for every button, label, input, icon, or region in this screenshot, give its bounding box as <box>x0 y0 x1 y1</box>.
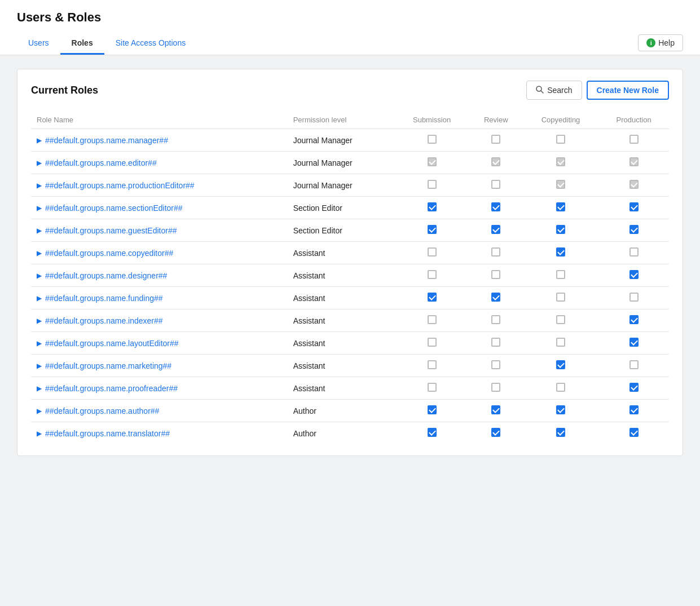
submission-checkbox-cell[interactable] <box>394 287 469 309</box>
copyediting-checkbox-cell[interactable] <box>523 377 599 400</box>
role-name-label[interactable]: ##default.groups.name.manager## <box>45 136 168 145</box>
copyediting-checkbox-cell[interactable] <box>523 129 599 152</box>
submission-checkbox-cell[interactable] <box>394 377 469 400</box>
production-checkbox-cell[interactable] <box>598 400 669 422</box>
tab-roles[interactable]: Roles <box>60 33 104 55</box>
submission-checkbox-cell[interactable] <box>394 332 469 355</box>
submission-checkbox-cell[interactable] <box>394 355 469 377</box>
create-new-role-button[interactable]: Create New Role <box>587 81 669 100</box>
production-checkbox-cell[interactable] <box>598 309 669 332</box>
submission-checkbox-cell[interactable] <box>394 197 469 219</box>
copyediting-checkbox-cell[interactable] <box>523 152 599 174</box>
review-checkbox-cell[interactable] <box>469 174 523 197</box>
production-checkbox-cell[interactable] <box>598 219 669 242</box>
production-checkbox-cell[interactable] <box>598 242 669 264</box>
production-checkbox-cell[interactable] <box>598 332 669 355</box>
permission-cell: Assistant <box>288 309 395 332</box>
review-checkbox-cell[interactable] <box>469 309 523 332</box>
review-checkbox-cell[interactable] <box>469 242 523 264</box>
permission-cell: Journal Manager <box>288 152 395 174</box>
role-name-label[interactable]: ##default.groups.name.copyeditor## <box>45 249 173 258</box>
copyediting-checkbox-cell[interactable] <box>523 422 599 445</box>
row-expander-icon[interactable]: ▶ <box>37 384 42 392</box>
table-row: ▶##default.groups.name.layoutEditor##Ass… <box>31 332 669 355</box>
production-checkbox-cell[interactable] <box>598 152 669 174</box>
submission-checkbox-cell[interactable] <box>394 219 469 242</box>
role-name-label[interactable]: ##default.groups.name.translator## <box>45 429 170 438</box>
role-name-label[interactable]: ##default.groups.name.marketing## <box>45 361 171 370</box>
production-checkbox-cell[interactable] <box>598 355 669 377</box>
row-expander-icon[interactable]: ▶ <box>37 430 42 437</box>
role-name-label[interactable]: ##default.groups.name.indexer## <box>45 316 163 325</box>
row-expander-icon[interactable]: ▶ <box>37 294 42 302</box>
row-expander-icon[interactable]: ▶ <box>37 182 42 189</box>
submission-checkbox-cell[interactable] <box>394 400 469 422</box>
role-name-cell: ▶##default.groups.name.editor## <box>31 152 288 174</box>
row-expander-icon[interactable]: ▶ <box>37 159 42 167</box>
production-checkbox-cell[interactable] <box>598 129 669 152</box>
row-expander-icon[interactable]: ▶ <box>37 136 42 144</box>
review-checkbox-cell[interactable] <box>469 287 523 309</box>
production-checkbox-cell[interactable] <box>598 422 669 445</box>
row-expander-icon[interactable]: ▶ <box>37 272 42 280</box>
submission-checkbox-cell[interactable] <box>394 309 469 332</box>
submission-checkbox-cell[interactable] <box>394 152 469 174</box>
table-row: ▶##default.groups.name.editor##Journal M… <box>31 152 669 174</box>
review-checkbox-cell[interactable] <box>469 129 523 152</box>
role-name-label[interactable]: ##default.groups.name.productionEditor## <box>45 181 195 190</box>
review-checkbox-cell[interactable] <box>469 400 523 422</box>
copyediting-checkbox-cell[interactable] <box>523 242 599 264</box>
help-button[interactable]: i Help <box>638 34 683 51</box>
col-submission: Submission <box>394 111 469 129</box>
submission-checkbox-cell[interactable] <box>394 174 469 197</box>
role-name-label[interactable]: ##default.groups.name.designer## <box>45 271 167 280</box>
tab-site-access[interactable]: Site Access Options <box>104 33 197 55</box>
role-name-label[interactable]: ##default.groups.name.editor## <box>45 158 157 167</box>
search-button[interactable]: Search <box>526 81 582 100</box>
submission-checkbox-cell[interactable] <box>394 129 469 152</box>
role-name-label[interactable]: ##default.groups.name.guestEditor## <box>45 226 177 235</box>
copyediting-checkbox-cell[interactable] <box>523 309 599 332</box>
role-name-label[interactable]: ##default.groups.name.author## <box>45 406 159 415</box>
role-name-label[interactable]: ##default.groups.name.proofreader## <box>45 384 178 393</box>
copyediting-checkbox-cell[interactable] <box>523 332 599 355</box>
copyediting-checkbox-cell[interactable] <box>523 174 599 197</box>
production-checkbox-cell[interactable] <box>598 174 669 197</box>
review-checkbox-cell[interactable] <box>469 264 523 287</box>
review-checkbox-cell[interactable] <box>469 219 523 242</box>
production-checkbox-cell[interactable] <box>598 377 669 400</box>
copyediting-checkbox-cell[interactable] <box>523 400 599 422</box>
review-checkbox-cell[interactable] <box>469 377 523 400</box>
role-name-cell: ▶##default.groups.name.copyeditor## <box>31 242 288 264</box>
submission-checkbox-cell[interactable] <box>394 242 469 264</box>
row-expander-icon[interactable]: ▶ <box>37 339 42 347</box>
review-checkbox-cell[interactable] <box>469 152 523 174</box>
production-checkbox-cell[interactable] <box>598 197 669 219</box>
copyediting-checkbox-cell[interactable] <box>523 264 599 287</box>
production-checkbox-cell[interactable] <box>598 264 669 287</box>
review-checkbox-cell[interactable] <box>469 332 523 355</box>
role-name-label[interactable]: ##default.groups.name.sectionEditor## <box>45 204 183 213</box>
submission-checkbox-cell[interactable] <box>394 264 469 287</box>
review-checkbox-cell[interactable] <box>469 355 523 377</box>
review-checkbox-cell[interactable] <box>469 197 523 219</box>
copyediting-checkbox-cell[interactable] <box>523 197 599 219</box>
row-expander-icon[interactable]: ▶ <box>37 317 42 325</box>
copyediting-checkbox-cell[interactable] <box>523 287 599 309</box>
row-expander-icon[interactable]: ▶ <box>37 227 42 235</box>
row-expander-icon[interactable]: ▶ <box>37 249 42 257</box>
role-name-label[interactable]: ##default.groups.name.funding## <box>45 294 163 303</box>
table-row: ▶##default.groups.name.marketing##Assist… <box>31 355 669 377</box>
page-header: Users & Roles Users Roles Site Access Op… <box>0 0 700 55</box>
permission-cell: Section Editor <box>288 219 395 242</box>
copyediting-checkbox-cell[interactable] <box>523 355 599 377</box>
role-name-label[interactable]: ##default.groups.name.layoutEditor## <box>45 339 179 348</box>
tab-users[interactable]: Users <box>17 33 60 55</box>
row-expander-icon[interactable]: ▶ <box>37 362 42 370</box>
row-expander-icon[interactable]: ▶ <box>37 204 42 212</box>
review-checkbox-cell[interactable] <box>469 422 523 445</box>
copyediting-checkbox-cell[interactable] <box>523 219 599 242</box>
row-expander-icon[interactable]: ▶ <box>37 407 42 415</box>
production-checkbox-cell[interactable] <box>598 287 669 309</box>
submission-checkbox-cell[interactable] <box>394 422 469 445</box>
